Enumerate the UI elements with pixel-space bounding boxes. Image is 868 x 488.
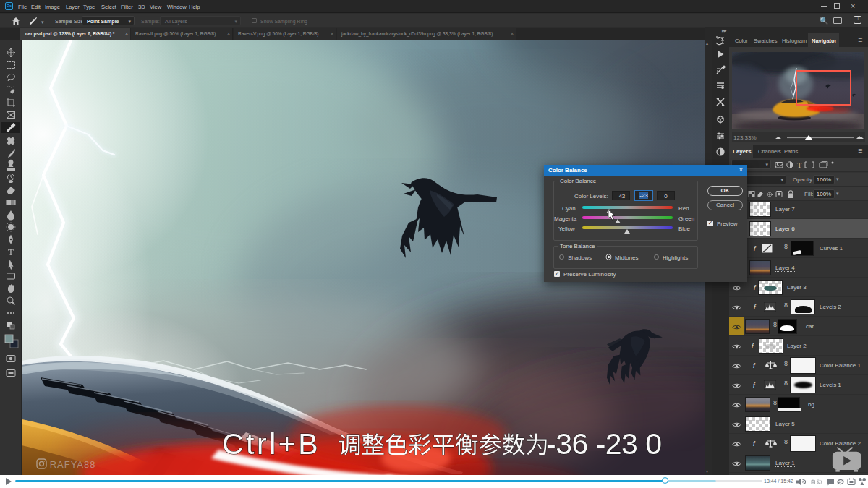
svg-text:T: T bbox=[8, 247, 14, 257]
svg-text:Ctrl+B: Ctrl+B bbox=[222, 427, 320, 461]
svg-text:T: T bbox=[797, 161, 802, 169]
svg-text:-36 -23 0: -36 -23 0 bbox=[546, 427, 662, 461]
